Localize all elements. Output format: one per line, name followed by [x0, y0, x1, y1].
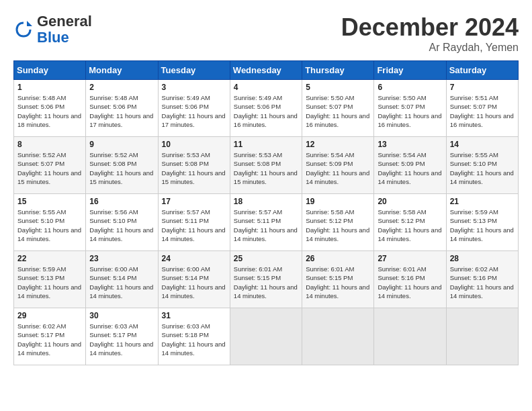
calendar-week-row: 15 Sunrise: 5:55 AM Sunset: 5:10 PM Dayl…	[14, 194, 519, 251]
calendar-cell: 13 Sunrise: 5:54 AM Sunset: 5:09 PM Dayl…	[374, 137, 446, 194]
day-number: 12	[306, 140, 370, 149]
calendar-cell: 14 Sunrise: 5:55 AM Sunset: 5:10 PM Dayl…	[446, 137, 518, 194]
day-info: Sunrise: 5:50 AM Sunset: 5:07 PM Dayligh…	[306, 93, 370, 129]
day-number: 16	[89, 197, 154, 206]
calendar-cell: 31 Sunrise: 6:03 AM Sunset: 5:18 PM Dayl…	[158, 308, 230, 365]
calendar-week-row: 22 Sunrise: 5:59 AM Sunset: 5:13 PM Dayl…	[14, 251, 519, 308]
logo: General Blue	[13, 13, 92, 46]
day-info: Sunrise: 6:01 AM Sunset: 5:15 PM Dayligh…	[306, 265, 370, 300]
day-info: Sunrise: 5:48 AM Sunset: 5:06 PM Dayligh…	[89, 93, 154, 129]
day-number: 14	[450, 140, 515, 149]
title-block: December 2024 Ar Raydah, Yemen	[341, 13, 519, 54]
day-number: 10	[162, 140, 226, 149]
calendar-cell: 4 Sunrise: 5:49 AM Sunset: 5:06 PM Dayli…	[230, 80, 302, 137]
day-number: 2	[89, 83, 154, 92]
day-number: 8	[17, 140, 82, 149]
calendar-cell: 6 Sunrise: 5:50 AM Sunset: 5:07 PM Dayli…	[374, 80, 446, 137]
calendar-day-header: Tuesday	[158, 61, 230, 80]
calendar-cell: 23 Sunrise: 6:00 AM Sunset: 5:14 PM Dayl…	[86, 251, 158, 308]
day-info: Sunrise: 5:57 AM Sunset: 5:11 PM Dayligh…	[162, 208, 226, 243]
calendar-cell: 1 Sunrise: 5:48 AM Sunset: 5:06 PM Dayli…	[14, 80, 86, 137]
calendar-cell: 30 Sunrise: 6:03 AM Sunset: 5:17 PM Dayl…	[86, 308, 158, 365]
calendar-day-header: Sunday	[14, 61, 86, 80]
day-info: Sunrise: 6:00 AM Sunset: 5:14 PM Dayligh…	[162, 265, 226, 300]
day-info: Sunrise: 6:02 AM Sunset: 5:17 PM Dayligh…	[17, 322, 82, 357]
calendar-cell: 28 Sunrise: 6:02 AM Sunset: 5:16 PM Dayl…	[446, 251, 518, 308]
calendar-day-header: Wednesday	[230, 61, 302, 80]
day-number: 15	[17, 197, 82, 206]
calendar-cell: 16 Sunrise: 5:56 AM Sunset: 5:10 PM Dayl…	[86, 194, 158, 251]
day-number: 27	[378, 254, 442, 263]
day-info: Sunrise: 5:53 AM Sunset: 5:08 PM Dayligh…	[234, 150, 298, 186]
calendar-cell: 20 Sunrise: 5:58 AM Sunset: 5:12 PM Dayl…	[374, 194, 446, 251]
day-info: Sunrise: 5:48 AM Sunset: 5:06 PM Dayligh…	[17, 93, 82, 129]
calendar-cell: 5 Sunrise: 5:50 AM Sunset: 5:07 PM Dayli…	[302, 80, 374, 137]
day-info: Sunrise: 5:53 AM Sunset: 5:08 PM Dayligh…	[162, 150, 226, 186]
calendar-cell: 18 Sunrise: 5:57 AM Sunset: 5:11 PM Dayl…	[230, 194, 302, 251]
day-info: Sunrise: 5:55 AM Sunset: 5:10 PM Dayligh…	[17, 208, 82, 243]
day-info: Sunrise: 6:00 AM Sunset: 5:14 PM Dayligh…	[89, 265, 154, 300]
calendar-body: 1 Sunrise: 5:48 AM Sunset: 5:06 PM Dayli…	[14, 80, 519, 365]
day-number: 30	[89, 311, 154, 320]
calendar-cell: 7 Sunrise: 5:51 AM Sunset: 5:07 PM Dayli…	[446, 80, 518, 137]
day-number: 19	[306, 197, 370, 206]
location: Ar Raydah, Yemen	[341, 42, 519, 54]
day-info: Sunrise: 6:01 AM Sunset: 5:16 PM Dayligh…	[378, 265, 442, 300]
day-number: 13	[378, 140, 442, 149]
day-number: 22	[17, 254, 82, 263]
day-info: Sunrise: 5:51 AM Sunset: 5:07 PM Dayligh…	[450, 93, 515, 129]
day-number: 21	[450, 197, 515, 206]
day-info: Sunrise: 5:56 AM Sunset: 5:10 PM Dayligh…	[89, 208, 154, 243]
month-title: December 2024	[341, 13, 519, 42]
calendar-cell	[302, 308, 374, 365]
calendar-cell: 15 Sunrise: 5:55 AM Sunset: 5:10 PM Dayl…	[14, 194, 86, 251]
day-info: Sunrise: 5:57 AM Sunset: 5:11 PM Dayligh…	[234, 208, 298, 243]
calendar-cell: 25 Sunrise: 6:01 AM Sunset: 5:15 PM Dayl…	[230, 251, 302, 308]
calendar-cell: 24 Sunrise: 6:00 AM Sunset: 5:14 PM Dayl…	[158, 251, 230, 308]
day-info: Sunrise: 5:52 AM Sunset: 5:07 PM Dayligh…	[17, 150, 82, 186]
logo-general-text: General	[37, 13, 92, 30]
day-number: 7	[450, 83, 515, 92]
day-info: Sunrise: 5:59 AM Sunset: 5:13 PM Dayligh…	[450, 208, 515, 243]
day-info: Sunrise: 5:58 AM Sunset: 5:12 PM Dayligh…	[378, 208, 442, 243]
calendar-cell: 17 Sunrise: 5:57 AM Sunset: 5:11 PM Dayl…	[158, 194, 230, 251]
calendar-cell	[230, 308, 302, 365]
logo-icon	[13, 19, 34, 40]
day-number: 17	[162, 197, 226, 206]
calendar-cell	[446, 308, 518, 365]
day-number: 28	[450, 254, 515, 263]
logo-blue-text: Blue	[37, 29, 69, 46]
calendar-cell: 27 Sunrise: 6:01 AM Sunset: 5:16 PM Dayl…	[374, 251, 446, 308]
calendar-cell	[374, 308, 446, 365]
day-number: 20	[378, 197, 442, 206]
calendar-cell: 26 Sunrise: 6:01 AM Sunset: 5:15 PM Dayl…	[302, 251, 374, 308]
calendar-day-header: Saturday	[446, 61, 518, 80]
calendar-week-row: 8 Sunrise: 5:52 AM Sunset: 5:07 PM Dayli…	[14, 137, 519, 194]
day-info: Sunrise: 5:59 AM Sunset: 5:13 PM Dayligh…	[17, 265, 82, 300]
day-number: 1	[17, 83, 82, 92]
day-number: 31	[162, 311, 226, 320]
calendar-week-row: 29 Sunrise: 6:02 AM Sunset: 5:17 PM Dayl…	[14, 308, 519, 365]
day-number: 24	[162, 254, 226, 263]
day-info: Sunrise: 5:54 AM Sunset: 5:09 PM Dayligh…	[306, 150, 370, 186]
day-number: 3	[162, 83, 226, 92]
day-info: Sunrise: 5:58 AM Sunset: 5:12 PM Dayligh…	[306, 208, 370, 243]
day-number: 11	[234, 140, 298, 149]
day-number: 29	[17, 311, 82, 320]
day-info: Sunrise: 5:52 AM Sunset: 5:08 PM Dayligh…	[89, 150, 154, 186]
day-info: Sunrise: 6:03 AM Sunset: 5:18 PM Dayligh…	[162, 322, 226, 357]
day-number: 25	[234, 254, 298, 263]
calendar-week-row: 1 Sunrise: 5:48 AM Sunset: 5:06 PM Dayli…	[14, 80, 519, 137]
calendar-cell: 2 Sunrise: 5:48 AM Sunset: 5:06 PM Dayli…	[86, 80, 158, 137]
calendar-cell: 9 Sunrise: 5:52 AM Sunset: 5:08 PM Dayli…	[86, 137, 158, 194]
day-info: Sunrise: 5:54 AM Sunset: 5:09 PM Dayligh…	[378, 150, 442, 186]
day-number: 6	[378, 83, 442, 92]
calendar-day-header: Thursday	[302, 61, 374, 80]
day-number: 4	[234, 83, 298, 92]
day-number: 23	[89, 254, 154, 263]
calendar-cell: 12 Sunrise: 5:54 AM Sunset: 5:09 PM Dayl…	[302, 137, 374, 194]
day-info: Sunrise: 6:03 AM Sunset: 5:17 PM Dayligh…	[89, 322, 154, 357]
day-number: 26	[306, 254, 370, 263]
calendar-table: SundayMondayTuesdayWednesdayThursdayFrid…	[13, 60, 519, 365]
calendar-cell: 29 Sunrise: 6:02 AM Sunset: 5:17 PM Dayl…	[14, 308, 86, 365]
